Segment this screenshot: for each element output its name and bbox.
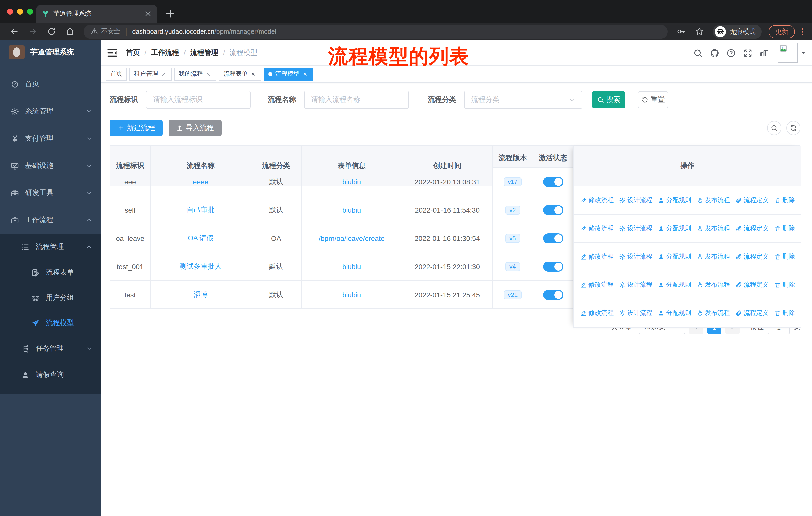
sidebar-item-home[interactable]: 首页 <box>0 71 101 98</box>
action-design-link[interactable]: 设计流程 <box>619 224 652 233</box>
action-assign-rule-link[interactable]: 分配规则 <box>658 252 691 261</box>
action-definition-link[interactable]: 流程定义 <box>735 224 769 233</box>
tag-我的流程[interactable]: 我的流程 <box>174 67 216 80</box>
action-delete-link[interactable]: 删除 <box>774 224 795 233</box>
process-name-link[interactable]: 测试多审批人 <box>179 262 222 271</box>
active-toggle[interactable] <box>543 176 563 187</box>
version-badge[interactable]: v21 <box>504 290 522 299</box>
create-process-button[interactable]: 新建流程 <box>110 120 163 136</box>
tag-close-icon[interactable] <box>250 70 257 77</box>
sidebar-item-devtools[interactable]: 研发工具 <box>0 180 101 207</box>
action-assign-rule-link[interactable]: 分配规则 <box>658 281 691 289</box>
sidebar-item-process-mgmt[interactable]: 流程管理 <box>0 234 101 260</box>
breadcrumb-item[interactable]: 流程管理 <box>190 48 219 57</box>
action-modify-link[interactable]: 修改流程 <box>580 309 614 318</box>
version-badge[interactable]: v2 <box>505 205 520 214</box>
url-bar[interactable]: 不安全 | dashboard.yudao.iocoder.cn/bpm/man… <box>84 24 668 38</box>
active-toggle[interactable] <box>543 290 563 300</box>
github-icon[interactable] <box>710 48 719 58</box>
action-publish-link[interactable]: 发布流程 <box>697 309 730 318</box>
active-toggle[interactable] <box>543 233 563 243</box>
action-delete-link[interactable]: 删除 <box>774 281 795 289</box>
form-info-link[interactable]: biubiu <box>342 206 361 214</box>
action-modify-link[interactable]: 修改流程 <box>580 252 614 261</box>
breadcrumb-item[interactable]: 工作流程 <box>151 48 179 57</box>
action-delete-link[interactable]: 删除 <box>774 309 795 318</box>
bookmark-star-icon[interactable] <box>695 27 704 36</box>
sidebar-item-task-mgmt[interactable]: 任务管理 <box>0 335 101 362</box>
close-window-button[interactable] <box>7 8 13 15</box>
chrome-update-button[interactable]: 更新 <box>769 25 795 38</box>
action-assign-rule-link[interactable]: 分配规则 <box>658 309 691 318</box>
version-badge[interactable]: v5 <box>505 234 520 243</box>
tag-首页[interactable]: 首页 <box>106 67 127 80</box>
home-button[interactable] <box>65 27 75 36</box>
version-badge[interactable]: v17 <box>504 177 522 186</box>
action-delete-link[interactable]: 删除 <box>774 196 795 205</box>
version-badge[interactable]: v4 <box>505 262 520 271</box>
process-name-link[interactable]: 滔博 <box>194 290 208 299</box>
action-publish-link[interactable]: 发布流程 <box>697 281 730 289</box>
sidebar-item-payment[interactable]: 支付管理 <box>0 125 101 152</box>
sidebar-item-system[interactable]: 系统管理 <box>0 98 101 125</box>
fullscreen-icon[interactable] <box>743 48 753 58</box>
form-info-link[interactable]: biubiu <box>342 178 361 186</box>
not-secure-icon[interactable] <box>91 28 98 35</box>
tag-流程表单[interactable]: 流程表单 <box>219 67 261 80</box>
filter-name-input[interactable]: 请输入流程名称 <box>304 91 409 109</box>
tag-close-icon[interactable] <box>301 70 309 77</box>
action-publish-link[interactable]: 发布流程 <box>697 252 730 261</box>
tag-租户管理[interactable]: 租户管理 <box>129 67 172 80</box>
sidebar-logo[interactable]: 芋道管理系统 <box>0 40 101 63</box>
search-icon[interactable] <box>693 48 703 58</box>
help-icon[interactable] <box>726 48 736 58</box>
sidebar-item-infra[interactable]: 基础设施 <box>0 152 101 180</box>
action-assign-rule-link[interactable]: 分配规则 <box>658 196 691 205</box>
action-publish-link[interactable]: 发布流程 <box>697 196 730 205</box>
tag-close-icon[interactable] <box>160 70 167 77</box>
action-design-link[interactable]: 设计流程 <box>619 196 652 205</box>
filter-key-input[interactable]: 请输入流程标识 <box>146 91 251 109</box>
active-toggle[interactable] <box>543 261 563 271</box>
action-modify-link[interactable]: 修改流程 <box>580 196 614 205</box>
back-button[interactable] <box>9 27 19 36</box>
avatar-caret-icon[interactable] <box>800 49 807 56</box>
sidebar-item-workflow[interactable]: 工作流程 <box>0 207 101 234</box>
action-delete-link[interactable]: 删除 <box>774 252 795 261</box>
process-name-link[interactable]: OA 请假 <box>188 234 214 243</box>
action-design-link[interactable]: 设计流程 <box>619 252 652 261</box>
tag-流程模型[interactable]: 流程模型 <box>264 67 313 80</box>
sidebar-item-user-group[interactable]: 用户分组 <box>0 285 101 310</box>
action-definition-link[interactable]: 流程定义 <box>735 196 769 205</box>
browser-menu-icon[interactable] <box>798 27 807 36</box>
user-avatar[interactable] <box>778 43 798 63</box>
reload-button[interactable] <box>47 27 56 36</box>
action-definition-link[interactable]: 流程定义 <box>735 252 769 261</box>
new-tab-button[interactable] <box>164 7 176 20</box>
search-button[interactable]: 搜索 <box>592 91 625 108</box>
tab-close-icon[interactable] <box>144 9 152 18</box>
sidebar-collapse-icon[interactable] <box>107 47 118 58</box>
active-toggle[interactable] <box>543 205 563 215</box>
window-controls[interactable] <box>7 8 33 15</box>
sidebar-item-process-model[interactable]: 流程模型 <box>0 310 101 335</box>
reset-button[interactable]: 重置 <box>638 91 668 108</box>
tag-close-icon[interactable] <box>205 70 212 77</box>
form-info-link[interactable]: /bpm/oa/leave/create <box>319 234 385 242</box>
refresh-table-button[interactable] <box>786 121 801 135</box>
process-name-link[interactable]: 自己审批 <box>186 205 215 214</box>
action-publish-link[interactable]: 发布流程 <box>697 224 730 233</box>
action-definition-link[interactable]: 流程定义 <box>735 281 769 289</box>
minimize-window-button[interactable] <box>17 8 23 15</box>
password-key-icon[interactable] <box>676 27 686 36</box>
form-info-link[interactable]: biubiu <box>342 291 361 299</box>
action-modify-link[interactable]: 修改流程 <box>580 224 614 233</box>
not-secure-label[interactable]: 不安全 <box>101 27 120 36</box>
toggle-search-button[interactable] <box>767 121 781 135</box>
import-process-button[interactable]: 导入流程 <box>169 120 222 136</box>
action-definition-link[interactable]: 流程定义 <box>735 309 769 318</box>
filter-category-select[interactable]: 流程分类 <box>464 91 582 109</box>
maximize-window-button[interactable] <box>27 8 33 15</box>
breadcrumb-item[interactable]: 首页 <box>126 48 140 57</box>
action-modify-link[interactable]: 修改流程 <box>580 281 614 289</box>
